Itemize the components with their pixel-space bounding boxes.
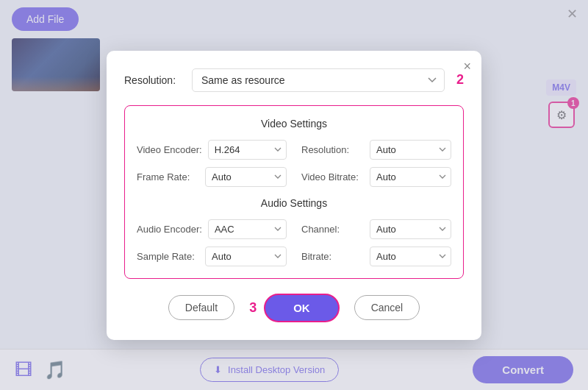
channel-label: Channel: xyxy=(301,224,364,235)
sample-rate-select[interactable]: Auto xyxy=(205,247,287,266)
video-bitrate-row: Video Bitrate: Auto xyxy=(301,167,451,187)
resolution-step-number: 2 xyxy=(456,72,464,88)
sample-rate-row: Sample Rate: Auto xyxy=(137,247,287,266)
video-bitrate-label: Video Bitrate: xyxy=(301,171,364,182)
video-encoder-row: Video Encoder: H.264 xyxy=(137,140,287,160)
settings-modal: × Resolution: Same as resource 2 Video S… xyxy=(107,51,481,340)
frame-rate-select[interactable]: Auto xyxy=(205,167,287,187)
sample-rate-label: Sample Rate: xyxy=(137,251,199,262)
settings-section: Video Settings Video Encoder: H.264 Reso… xyxy=(124,105,464,279)
frame-rate-row: Frame Rate: Auto xyxy=(137,167,287,187)
bitrate-row: Bitrate: Auto xyxy=(301,247,451,266)
default-button[interactable]: Default xyxy=(168,295,234,320)
modal-overlay: × Resolution: Same as resource 2 Video S… xyxy=(0,0,588,390)
modal-close-button[interactable]: × xyxy=(463,60,471,73)
cancel-button[interactable]: Cancel xyxy=(354,295,420,320)
ok-step-number: 3 xyxy=(249,300,257,316)
audio-encoder-row: Audio Encoder: AAC xyxy=(137,219,287,239)
video-settings-grid: Video Encoder: H.264 Resolution: Auto Fr… xyxy=(137,140,451,187)
bitrate-label: Bitrate: xyxy=(301,251,364,262)
video-encoder-label: Video Encoder: xyxy=(137,144,202,155)
modal-actions: Default 3 OK Cancel xyxy=(124,294,464,322)
resolution-select[interactable]: Same as resource xyxy=(192,68,445,92)
app-background: ✕ Add File M... W... M4V ⚙ 1 × xyxy=(0,0,588,390)
frame-rate-label: Frame Rate: xyxy=(137,171,199,182)
resolution-row: Resolution: Same as resource 2 xyxy=(124,68,464,92)
bitrate-select[interactable]: Auto xyxy=(370,247,451,266)
audio-encoder-select[interactable]: AAC xyxy=(208,219,287,239)
audio-settings-title: Audio Settings xyxy=(137,197,451,209)
audio-encoder-label: Audio Encoder: xyxy=(137,224,202,235)
resolution-right-row: Resolution: Auto xyxy=(301,140,451,160)
video-settings-title: Video Settings xyxy=(137,118,451,130)
resolution-label: Resolution: xyxy=(124,74,183,86)
channel-row: Channel: Auto xyxy=(301,219,451,239)
ok-button[interactable]: OK xyxy=(264,294,340,322)
channel-select[interactable]: Auto xyxy=(370,219,451,239)
video-encoder-select[interactable]: H.264 xyxy=(208,140,287,160)
video-bitrate-select[interactable]: Auto xyxy=(370,167,451,187)
resolution-right-select[interactable]: Auto xyxy=(370,140,451,160)
resolution-right-label: Resolution: xyxy=(301,144,364,155)
ok-wrapper: 3 OK xyxy=(249,294,340,322)
audio-settings-grid: Audio Encoder: AAC Channel: Auto Sample … xyxy=(137,219,451,266)
